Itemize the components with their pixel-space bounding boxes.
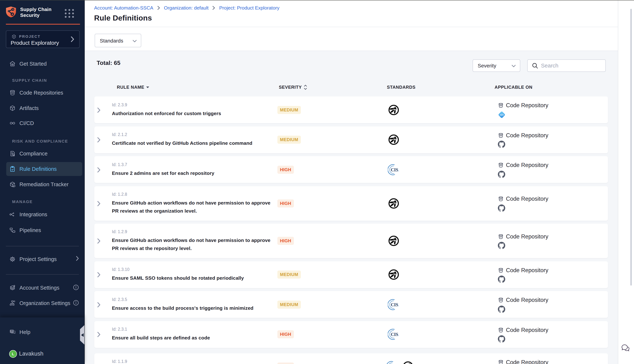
svg-text:</>: </> (500, 113, 504, 116)
svg-text:CIS: CIS (391, 302, 398, 307)
svg-text:CIS: CIS (391, 167, 398, 172)
svg-text:?: ? (11, 330, 13, 332)
svg-text:CIS: CIS (391, 332, 398, 337)
